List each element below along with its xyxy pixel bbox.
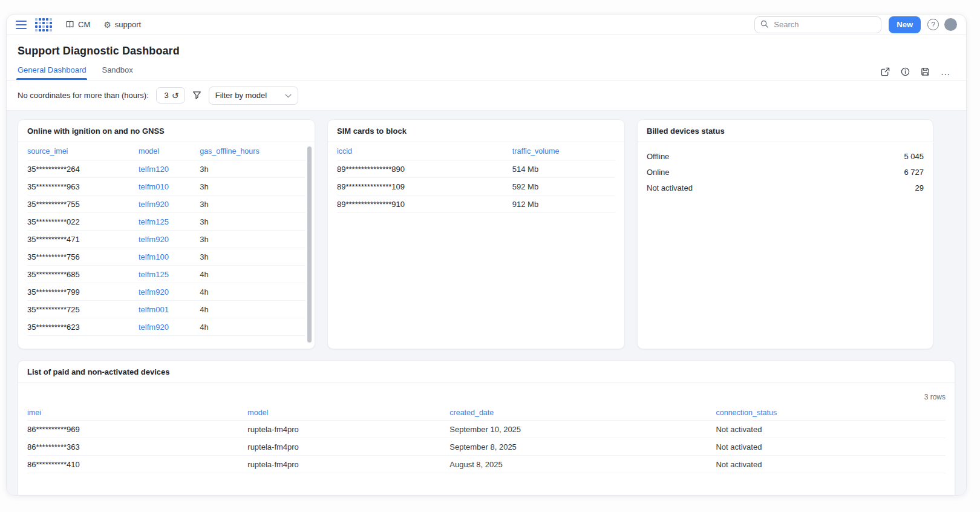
paid-table-header: imei model created_date connection_statu… (27, 405, 946, 421)
more-button[interactable]: ... (941, 70, 950, 74)
cell-iccid: 89***************910 (337, 200, 512, 209)
tab-general-dashboard[interactable]: General Dashboard (18, 65, 86, 80)
new-button[interactable]: New (889, 16, 921, 33)
brand-logo[interactable] (35, 18, 52, 31)
cell-model-link[interactable]: telfm125 (139, 270, 200, 279)
card-billed-title: Billed devices status (638, 120, 933, 142)
stat-row-online: Online 6 727 (647, 164, 924, 180)
cell-model-link[interactable]: telfm920 (139, 200, 200, 209)
cell-model: ruptela-fm4pro (247, 460, 449, 469)
cell-created-date: September 8, 2025 (449, 442, 716, 451)
col-model[interactable]: model (247, 409, 449, 417)
refresh-icon[interactable]: ↺ (172, 91, 179, 100)
table-row: 35**********756telfm1003h (27, 248, 305, 266)
cell-model-link[interactable]: telfm920 (139, 323, 200, 332)
nav-support[interactable]: ⚙ support (103, 20, 141, 29)
cell-connection-status: Not activated (716, 442, 946, 451)
cell-iccid: 89***************890 (337, 165, 512, 174)
table-row: 35**********264telfm1203h (27, 160, 305, 178)
cell-imei: 86**********410 (27, 460, 247, 469)
tab-sandbox[interactable]: Sandbox (102, 65, 132, 80)
cell-imei: 35**********685 (27, 270, 139, 279)
menu-icon[interactable] (16, 21, 27, 29)
vertical-scrollbar[interactable] (307, 146, 312, 343)
billed-stats: Offline 5 045 Online 6 727 Not activated… (638, 142, 933, 195)
cell-hours: 3h (200, 165, 305, 174)
chevron-down-icon (285, 91, 292, 100)
table-row: 35**********471telfm9203h (27, 231, 305, 248)
app-window: CM ⚙ support New ? Support Dia (6, 14, 967, 496)
save-button[interactable] (921, 67, 930, 76)
col-iccid[interactable]: iccid (337, 147, 512, 156)
hours-input[interactable] (160, 90, 170, 100)
cell-connection-status: Not activated (716, 460, 946, 469)
top-bar: CM ⚙ support New ? (7, 15, 966, 35)
cell-hours: 3h (200, 217, 305, 226)
cell-created-date: September 10, 2025 (449, 425, 716, 434)
cell-imei: 35**********022 (27, 217, 139, 226)
col-created-date[interactable]: created_date (449, 409, 716, 417)
col-gas-offline-hours[interactable]: gas_offline_hours (200, 147, 305, 156)
hours-filter-label: No coordinates for more than (hours): (18, 91, 149, 100)
sim-table-header: iccid traffic_volume (337, 142, 615, 160)
cell-imei: 35**********799 (27, 287, 139, 297)
col-model[interactable]: model (139, 147, 200, 156)
table-row: 35**********963telfm0103h (27, 178, 305, 195)
cell-model-link[interactable]: telfm100 (139, 252, 200, 261)
gear-icon: ⚙ (103, 21, 111, 29)
paid-table: imei model created_date connection_statu… (18, 405, 955, 473)
stat-row-not-activated: Not activated 29 (647, 180, 924, 195)
cell-model-link[interactable]: telfm010 (139, 182, 200, 191)
model-filter-select[interactable]: Filter by model (209, 87, 298, 105)
cell-model-link[interactable]: telfm920 (139, 235, 200, 244)
external-link-icon (881, 67, 890, 76)
tabs: General Dashboard Sandbox (18, 65, 955, 80)
page-title: Support Diagnostic Dashboard (18, 45, 955, 57)
card-gnss: Online with ignition on and no GNSS sour… (18, 119, 315, 349)
table-row: 89***************890514 Mb (337, 160, 615, 178)
screen: CM ⚙ support New ? Support Dia (0, 0, 980, 512)
table-row: 35**********755telfm9203h (27, 195, 305, 213)
page-header: Support Diagnostic Dashboard General Das… (7, 35, 966, 80)
stat-label: Offline (647, 152, 669, 161)
cell-model-link[interactable]: telfm001 (139, 305, 200, 314)
cell-imei: 35**********623 (27, 323, 139, 332)
cell-created-date: August 8, 2025 (449, 460, 716, 469)
question-icon: ? (931, 21, 935, 29)
search-box[interactable] (754, 16, 881, 33)
cell-model-link[interactable]: telfm125 (139, 217, 200, 226)
help-button[interactable]: ? (927, 19, 939, 30)
cell-imei: 86**********363 (27, 442, 247, 451)
cell-model-link[interactable]: telfm920 (139, 287, 200, 297)
save-icon (921, 67, 930, 76)
filter-funnel-icon[interactable] (192, 91, 201, 100)
col-traffic-volume[interactable]: traffic_volume (512, 147, 615, 156)
stat-row-offline: Offline 5 045 (647, 148, 924, 164)
cell-imei: 35**********755 (27, 200, 139, 209)
card-billed: Billed devices status Offline 5 045 Onli… (637, 119, 933, 349)
user-avatar[interactable] (944, 18, 957, 31)
nav-cm[interactable]: CM (65, 20, 90, 29)
col-connection-status[interactable]: connection_status (716, 409, 946, 417)
search-input[interactable] (773, 19, 881, 30)
cell-model-link[interactable]: telfm120 (139, 165, 200, 174)
search-icon (760, 19, 768, 30)
table-row: 35**********799telfm9204h (27, 283, 305, 301)
info-icon (901, 67, 910, 76)
cell-imei: 35**********963 (27, 182, 139, 191)
cell-hours: 4h (200, 323, 305, 332)
col-source-imei[interactable]: source_imei (27, 147, 139, 156)
col-imei[interactable]: imei (27, 409, 247, 417)
gnss-table-header: source_imei model gas_offline_hours (27, 142, 305, 160)
cell-hours: 3h (200, 182, 305, 191)
card-paid-title: List of paid and non-activated devices (18, 361, 955, 383)
cell-hours: 3h (200, 235, 305, 244)
cell-model: ruptela-fm4pro (247, 442, 449, 451)
dashboard-content: Online with ignition on and no GNSS sour… (7, 111, 966, 495)
cell-imei: 35**********756 (27, 252, 139, 261)
cell-hours: 3h (200, 200, 305, 209)
open-external-button[interactable] (881, 67, 890, 76)
info-button[interactable] (901, 67, 910, 76)
nav-support-label: support (115, 20, 141, 29)
stat-value: 6 727 (904, 168, 924, 177)
